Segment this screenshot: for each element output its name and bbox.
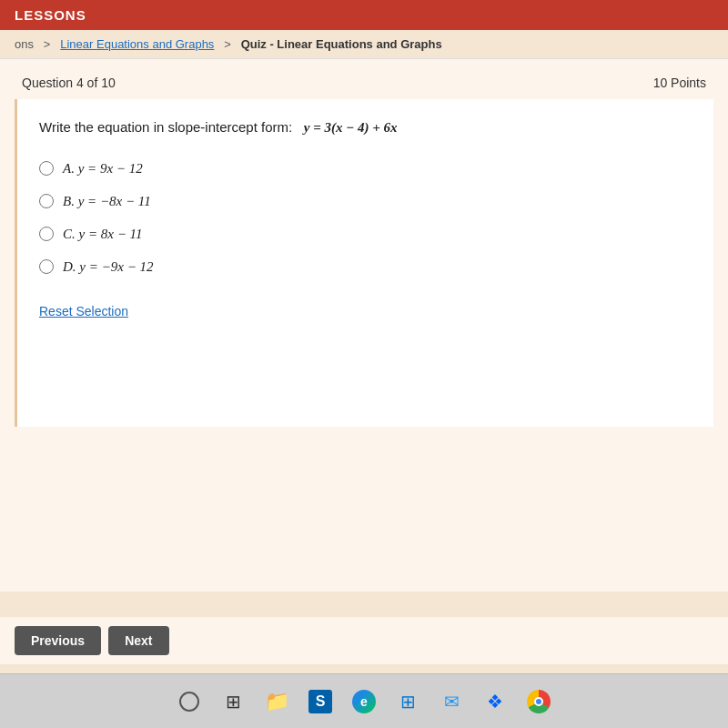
breadcrumb-sep1: > xyxy=(44,37,51,51)
main-content: Question 4 of 10 10 Points Write the equ… xyxy=(0,59,728,592)
folder-icon: 📁 xyxy=(265,690,289,713)
breadcrumb-link1[interactable]: Linear Equations and Graphs xyxy=(60,37,214,51)
question-equation: y = 3(x − 4) + 6x xyxy=(304,120,398,135)
question-text-prefix: Write the equation in slope-intercept fo… xyxy=(39,119,292,135)
s-app-icon: S xyxy=(308,690,332,713)
next-button[interactable]: Next xyxy=(108,626,168,655)
taskbar-folder[interactable]: 📁 xyxy=(263,688,290,715)
question-header: Question 4 of 10 10 Points xyxy=(0,59,728,99)
taskbar-windows[interactable]: ⊞ xyxy=(394,688,421,715)
question-text: Write the equation in slope-intercept fo… xyxy=(39,117,692,138)
mail-icon: ✉ xyxy=(444,691,460,713)
taskbar-edge[interactable]: e xyxy=(350,688,378,715)
breadcrumb: ons > Linear Equations and Graphs > Quiz… xyxy=(0,30,728,59)
reset-selection-button[interactable]: Reset Selection xyxy=(39,304,128,318)
taskbar-mail[interactable]: ✉ xyxy=(438,688,465,715)
breadcrumb-sep2: > xyxy=(224,37,231,51)
windows-icon: ⊞ xyxy=(400,691,416,713)
radio-b[interactable] xyxy=(39,194,54,208)
radio-d[interactable] xyxy=(39,259,54,274)
option-d[interactable]: D. y = −9x − 12 xyxy=(39,258,692,275)
question-points: 10 Points xyxy=(653,76,706,90)
question-body: Write the equation in slope-intercept fo… xyxy=(15,99,713,427)
dropbox-icon: ❖ xyxy=(487,691,503,713)
nav-buttons: Previous Next xyxy=(0,617,728,664)
radio-c[interactable] xyxy=(39,227,54,241)
chrome-icon xyxy=(527,690,551,713)
option-d-label: D. y = −9x − 12 xyxy=(63,258,154,275)
search-icon: ⊞ xyxy=(226,691,241,713)
taskbar-chrome[interactable] xyxy=(525,688,552,715)
answer-options: A. y = 9x − 12 B. y = −8x − 11 C. y = 8x… xyxy=(39,160,692,275)
top-bar-label: LESSONS xyxy=(15,7,86,23)
taskbar-windows-circle[interactable] xyxy=(176,688,203,715)
previous-button[interactable]: Previous xyxy=(15,626,101,655)
taskbar-s-app[interactable]: S xyxy=(307,688,334,715)
option-a-label: A. y = 9x − 12 xyxy=(63,160,143,177)
windows-circle-icon xyxy=(179,692,199,712)
taskbar-dropbox[interactable]: ❖ xyxy=(481,688,509,715)
option-b-label: B. y = −8x − 11 xyxy=(63,193,151,209)
question-number: Question 4 of 10 xyxy=(22,76,116,90)
taskbar: ⊞ 📁 S e ⊞ ✉ ❖ xyxy=(0,673,728,728)
chrome-inner-icon xyxy=(534,697,543,706)
option-c-label: C. y = 8x − 11 xyxy=(63,226,142,242)
breadcrumb-part1: ons xyxy=(15,37,34,51)
edge-icon: e xyxy=(352,690,376,713)
option-a[interactable]: A. y = 9x − 12 xyxy=(39,160,692,177)
option-b[interactable]: B. y = −8x − 11 xyxy=(39,193,692,209)
top-bar: LESSONS xyxy=(0,0,728,30)
taskbar-search[interactable]: ⊞ xyxy=(219,688,247,715)
radio-a[interactable] xyxy=(39,161,54,176)
breadcrumb-current: Quiz - Linear Equations and Graphs xyxy=(241,37,442,51)
option-c[interactable]: C. y = 8x − 11 xyxy=(39,226,692,242)
